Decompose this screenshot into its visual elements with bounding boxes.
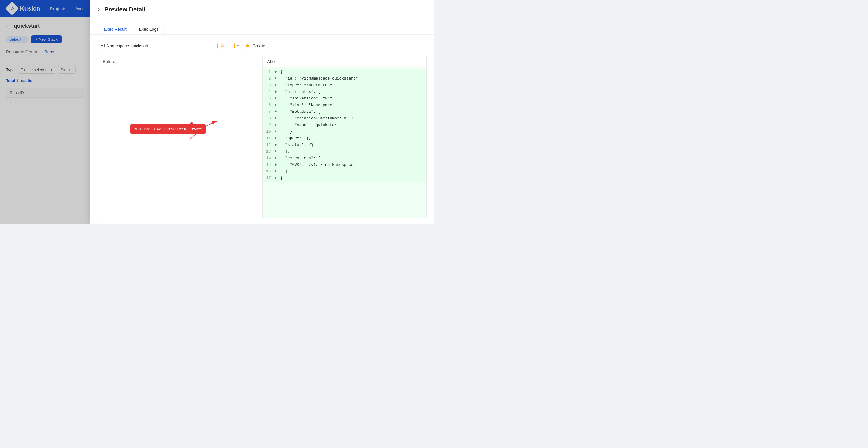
line-prefix: + (275, 83, 281, 87)
diff-line: 7+ "metadata": { (262, 110, 427, 116)
line-prefix: + (275, 103, 281, 107)
diff-after-header: After (262, 56, 427, 67)
line-prefix: + (275, 136, 281, 141)
line-prefix: + (275, 156, 281, 160)
line-prefix: + (275, 169, 281, 174)
callout-tooltip: click here to switch resource to preview (130, 124, 206, 133)
line-number: 17 (262, 176, 275, 180)
resource-selector-text: v1:Namespace:quickstart (101, 43, 215, 48)
line-code: "apiVersion": "v1", (281, 96, 335, 101)
diff-line: 2+ "id": "v1:Namespace:quickstart", (262, 76, 427, 83)
line-code: "type": "Kubernetes", (281, 83, 335, 87)
line-number: 4 (262, 90, 275, 94)
create-badge: Create (217, 43, 235, 49)
diff-line: 4+ "attributes": { (262, 90, 427, 96)
diff-line: 12+ "status": {} (262, 143, 427, 149)
line-code: }, (281, 149, 290, 154)
diff-line: 14+ "extensions": { (262, 156, 427, 162)
resource-selector-row: v1:Namespace:quickstart Create ▾ Create (98, 41, 427, 51)
diff-line: 8+ "creationTimestamp": null, (262, 116, 427, 123)
line-code: "status": {} (281, 143, 313, 147)
resource-selector[interactable]: v1:Namespace:quickstart Create ▾ (98, 41, 242, 51)
line-prefix: + (275, 110, 281, 114)
line-prefix: + (275, 123, 281, 127)
line-prefix: + (275, 176, 281, 180)
diff-line: 5+ "apiVersion": "v1", (262, 96, 427, 103)
line-number: 15 (262, 162, 275, 167)
line-number: 14 (262, 156, 275, 160)
diff-before-panel: Before (98, 56, 262, 218)
modal-tabs: Exec Result Exec Logs (90, 19, 434, 35)
diff-before-header: Before (98, 56, 262, 67)
line-number: 9 (262, 123, 275, 127)
line-number: 10 (262, 129, 275, 134)
diff-line: 11+ "spec": {}, (262, 136, 427, 143)
line-number: 11 (262, 136, 275, 141)
line-number: 6 (262, 103, 275, 107)
line-prefix: + (275, 96, 281, 101)
line-number: 1 (262, 70, 275, 74)
status-dot-icon (246, 44, 249, 47)
line-prefix: + (275, 70, 281, 74)
modal-title: Preview Detail (104, 6, 146, 13)
diff-container: Before After 1+ {2+ "id": "v1:Namespace:… (98, 56, 427, 218)
line-prefix: + (275, 90, 281, 94)
callout-text: click here to switch resource to preview (134, 127, 202, 131)
diff-after-content: 1+ {2+ "id": "v1:Namespace:quickstart",3… (262, 67, 427, 218)
diff-line: 3+ "type": "Kubernetes", (262, 83, 427, 90)
status-label: Create (253, 43, 265, 48)
line-number: 7 (262, 110, 275, 114)
dropdown-arrow-icon[interactable]: ▾ (237, 44, 239, 48)
line-number: 3 (262, 83, 275, 87)
diff-line: 9+ "name": "quickstart" (262, 123, 427, 129)
line-number: 13 (262, 149, 275, 154)
diff-line: 15+ "GVK": "/v1, Kind=Namespace" (262, 162, 427, 169)
line-code: "GVK": "/v1, Kind=Namespace" (281, 162, 356, 167)
line-number: 5 (262, 96, 275, 101)
line-code: "metadata": { (281, 110, 321, 114)
tab-exec-logs[interactable]: Exec Logs (133, 24, 165, 34)
line-number: 12 (262, 143, 275, 147)
line-code: { (281, 70, 283, 74)
diff-before-content (98, 67, 262, 218)
line-code: "name": "quickstart" (281, 123, 342, 127)
line-number: 16 (262, 169, 275, 174)
line-code: "kind": "Namespace", (281, 103, 337, 107)
line-code: "id": "v1:Namespace:quickstart", (281, 76, 361, 81)
line-code: } (281, 176, 283, 180)
diff-line: 6+ "kind": "Namespace", (262, 103, 427, 110)
line-prefix: + (275, 162, 281, 167)
modal-close-button[interactable]: × (98, 7, 101, 12)
line-number: 8 (262, 116, 275, 121)
tab-exec-result[interactable]: Exec Result (98, 24, 133, 34)
modal-header: × Preview Detail (90, 0, 434, 19)
diff-line: 13+ }, (262, 149, 427, 156)
diff-line: 16+ } (262, 169, 427, 176)
line-code: "extensions": { (281, 156, 321, 160)
line-code: }, (281, 129, 295, 134)
line-number: 2 (262, 76, 275, 81)
line-prefix: + (275, 116, 281, 121)
line-code: "creationTimestamp": null, (281, 116, 356, 121)
line-prefix: + (275, 149, 281, 154)
diff-line: 1+ { (262, 70, 427, 76)
diff-line: 17+ } (262, 176, 427, 182)
line-prefix: + (275, 143, 281, 147)
line-prefix: + (275, 129, 281, 134)
line-code: } (281, 169, 287, 174)
line-code: "attributes": { (281, 90, 321, 94)
diff-after-panel: After 1+ {2+ "id": "v1:Namespace:quickst… (262, 56, 427, 218)
line-code: "spec": {}, (281, 136, 311, 141)
preview-detail-modal: × Preview Detail Exec Result Exec Logs v… (90, 0, 434, 224)
diff-line: 10+ }, (262, 129, 427, 136)
line-prefix: + (275, 76, 281, 81)
